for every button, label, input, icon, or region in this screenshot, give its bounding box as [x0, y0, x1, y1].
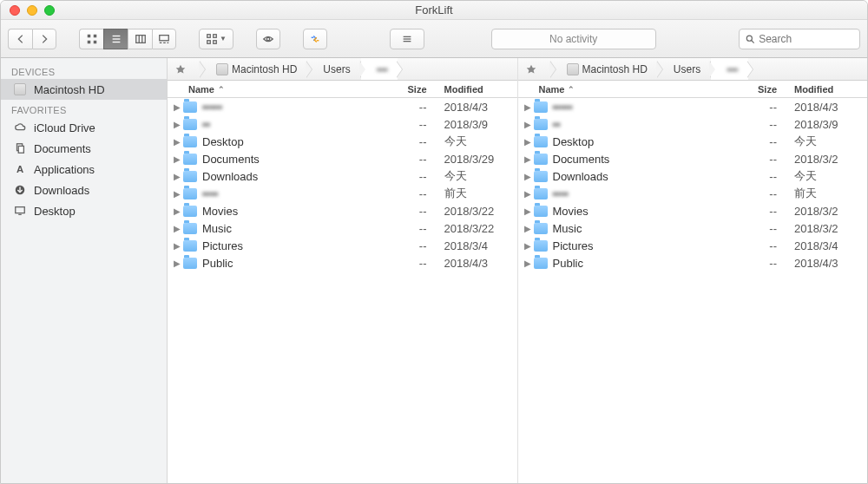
file-row[interactable]: ▶Pictures--2018/3/4 [168, 237, 517, 254]
column-modified-header[interactable]: Modified [789, 84, 867, 95]
search-box[interactable] [739, 29, 860, 49]
disclosure-triangle-icon[interactable]: ▶ [171, 241, 183, 251]
file-row[interactable]: ▶Music--2018/3/2 [518, 219, 868, 237]
list-view-button[interactable] [103, 29, 128, 49]
sidebar-item-applications[interactable]: AApplications [1, 159, 167, 180]
file-row[interactable]: ▶Downloads--今天 [518, 167, 868, 185]
cloud-icon [14, 121, 26, 134]
file-row[interactable]: ▶Desktop--今天 [168, 133, 517, 150]
file-size: -- [725, 170, 789, 183]
sidebar-item-macintosh-hd[interactable]: Macintosh HD [1, 79, 167, 100]
svg-rect-14 [207, 34, 211, 37]
file-row[interactable]: ▶▪▪--2018/3/9 [168, 115, 517, 133]
file-row[interactable]: ▶Pictures--2018/3/4 [518, 237, 868, 254]
column-view-button[interactable] [128, 29, 152, 49]
close-window-button[interactable] [10, 5, 20, 16]
disclosure-triangle-icon[interactable]: ▶ [522, 258, 534, 268]
disclosure-triangle-icon[interactable]: ▶ [522, 120, 534, 129]
breadcrumb-item[interactable]: Users [307, 58, 360, 80]
svg-rect-28 [16, 207, 25, 213]
disclosure-triangle-icon[interactable]: ▶ [522, 206, 534, 216]
file-row[interactable]: ▶▪▪▪▪▪--2018/4/3 [168, 98, 517, 115]
disclosure-triangle-icon[interactable]: ▶ [522, 137, 534, 147]
folder-icon [534, 171, 548, 182]
disclosure-triangle-icon[interactable]: ▶ [522, 224, 534, 233]
file-row[interactable]: ▶Documents--2018/3/29 [168, 150, 517, 167]
file-row[interactable]: ▶Music--2018/3/22 [168, 219, 517, 237]
sync-button[interactable] [303, 29, 327, 49]
disclosure-triangle-icon[interactable]: ▶ [171, 189, 183, 199]
minimize-window-button[interactable] [27, 5, 37, 16]
disclosure-triangle-icon[interactable]: ▶ [171, 224, 183, 233]
sidebar-item-downloads[interactable]: Downloads [1, 180, 167, 200]
disclosure-triangle-icon[interactable]: ▶ [171, 206, 183, 216]
disclosure-triangle-icon[interactable]: ▶ [522, 241, 534, 251]
sidebar-item-icloud-drive[interactable]: iCloud Drive [1, 117, 167, 138]
file-size: -- [725, 135, 789, 148]
file-row[interactable]: ▶Public--2018/4/3 [518, 254, 868, 271]
hamburger-button[interactable] [390, 29, 424, 49]
menu-icon [401, 33, 413, 45]
disclosure-triangle-icon[interactable]: ▶ [171, 258, 183, 268]
breadcrumb-label: Users [674, 63, 700, 75]
file-modified: 今天 [439, 134, 517, 149]
disclosure-triangle-icon[interactable]: ▶ [522, 189, 534, 199]
disclosure-triangle-icon[interactable]: ▶ [171, 154, 183, 164]
arrange-button[interactable]: ▼ [199, 29, 233, 49]
column-size-header[interactable]: Size [375, 84, 439, 95]
breadcrumb-item[interactable]: Macintosh HD [551, 58, 658, 80]
sidebar-item-label: Downloads [34, 184, 89, 197]
file-row[interactable]: ▶Downloads--今天 [168, 167, 517, 185]
file-row[interactable]: ▶Desktop--今天 [518, 133, 868, 150]
breadcrumb-item[interactable] [168, 58, 201, 80]
disclosure-triangle-icon[interactable]: ▶ [522, 172, 534, 181]
breadcrumb-item[interactable]: Users [658, 58, 711, 80]
breadcrumb-item[interactable] [518, 58, 551, 80]
disclosure-triangle-icon[interactable]: ▶ [171, 172, 183, 181]
column-size-header[interactable]: Size [725, 84, 789, 95]
zoom-window-button[interactable] [44, 5, 55, 16]
window-body: DEVICESMacintosh HDFAVORITESiCloud Drive… [1, 58, 867, 483]
column-modified-header[interactable]: Modified [439, 84, 517, 95]
column-name-header[interactable]: Name⌃ [168, 84, 375, 95]
file-row[interactable]: ▶▪▪▪▪--前天 [518, 185, 868, 202]
disclosure-triangle-icon[interactable]: ▶ [522, 154, 534, 164]
breadcrumb-item[interactable]: Macintosh HD [201, 58, 307, 80]
file-row[interactable]: ▶▪▪--2018/3/9 [518, 115, 868, 133]
column-label: Modified [444, 84, 483, 95]
list-icon [110, 33, 122, 45]
breadcrumb-item[interactable]: ▪▪▪ [711, 58, 748, 80]
folder-icon [534, 206, 548, 217]
column-name-header[interactable]: Name⌃ [518, 84, 726, 95]
icon-view-button[interactable] [79, 29, 103, 49]
file-modified: 今天 [789, 168, 867, 184]
disclosure-triangle-icon[interactable]: ▶ [171, 120, 183, 129]
folder-icon [534, 188, 548, 199]
back-button[interactable] [8, 29, 32, 49]
drive-icon [14, 83, 26, 95]
sidebar-item-documents[interactable]: Documents [1, 138, 167, 159]
quicklook-button[interactable] [256, 29, 280, 49]
folder-icon [183, 119, 197, 130]
breadcrumb-item[interactable]: ▪▪▪ [361, 58, 398, 80]
file-row[interactable]: ▶Documents--2018/3/2 [518, 150, 868, 167]
disclosure-triangle-icon[interactable]: ▶ [522, 102, 534, 112]
file-row[interactable]: ▶▪▪▪▪--前天 [168, 185, 517, 202]
forward-button[interactable] [32, 29, 56, 49]
file-row[interactable]: ▶Movies--2018/3/22 [168, 202, 517, 219]
columns-icon [135, 33, 147, 45]
search-input[interactable] [759, 33, 854, 45]
downloads-icon [13, 183, 27, 197]
file-name: ▪▪ [202, 118, 375, 131]
sidebar-item-desktop[interactable]: Desktop [1, 200, 167, 221]
file-row[interactable]: ▶▪▪▪▪▪--2018/4/3 [518, 98, 868, 115]
file-row[interactable]: ▶Public--2018/4/3 [168, 254, 517, 271]
disclosure-triangle-icon[interactable]: ▶ [171, 102, 183, 112]
file-name: Desktop [202, 135, 375, 148]
window-controls [1, 5, 55, 16]
file-row[interactable]: ▶Movies--2018/3/2 [518, 202, 868, 219]
pane-2: Macintosh HDUsers▪▪▪Name⌃SizeModified▶▪▪… [518, 58, 868, 483]
folder-icon [534, 154, 548, 165]
gallery-view-button[interactable] [152, 29, 176, 49]
disclosure-triangle-icon[interactable]: ▶ [171, 137, 183, 147]
